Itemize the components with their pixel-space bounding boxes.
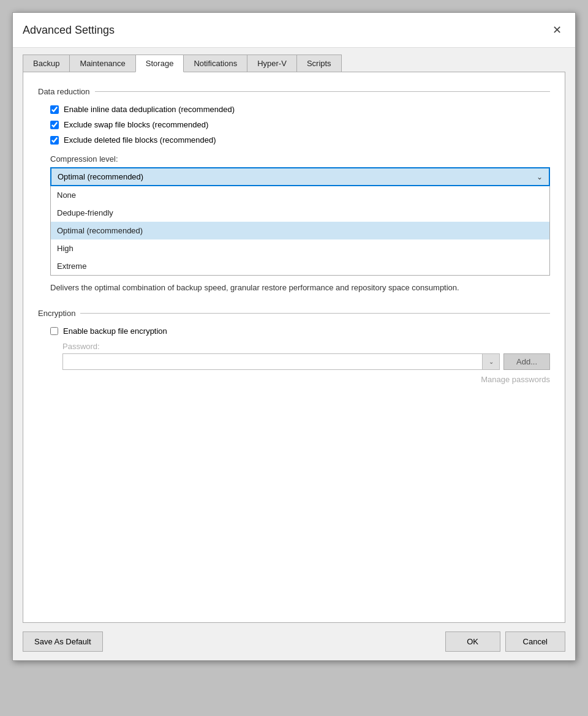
chevron-down-icon: ⌄ (537, 173, 543, 181)
encryption-section: Encryption Enable backup file encryption… (38, 309, 550, 384)
dropdown-item-dedupe[interactable]: Dedupe-friendly (51, 204, 549, 222)
tab-maintenance[interactable]: Maintenance (69, 55, 135, 72)
dedup-checkbox-row: Enable inline data deduplication (recomm… (50, 105, 550, 114)
dropdown-item-extreme[interactable]: Extreme (51, 257, 549, 275)
swap-label: Exclude swap file blocks (recommended) (64, 120, 208, 129)
deleted-checkbox-row: Exclude deleted file blocks (recommended… (50, 135, 550, 145)
encryption-section-header: Encryption (38, 309, 550, 318)
tab-backup[interactable]: Backup (23, 55, 70, 72)
encryption-divider (80, 313, 550, 314)
data-reduction-section-header: Data reduction (38, 87, 550, 96)
compression-description: Delivers the optimal combination of back… (50, 282, 550, 294)
dialog-title: Advanced Settings (23, 24, 115, 37)
deleted-label: Exclude deleted file blocks (recommended… (64, 135, 216, 145)
tab-notifications[interactable]: Notifications (183, 55, 247, 72)
tab-hyper-v[interactable]: Hyper-V (247, 55, 297, 72)
tab-scripts[interactable]: Scripts (296, 55, 342, 72)
close-button[interactable]: ✕ (548, 21, 565, 39)
swap-checkbox[interactable] (50, 121, 59, 129)
compression-dropdown[interactable]: Optimal (recommended) ⌄ (50, 167, 550, 186)
advanced-settings-dialog: Advanced Settings ✕ Backup Maintenance S… (12, 12, 576, 661)
footer-right-buttons: OK Cancel (445, 631, 565, 652)
compression-dropdown-list: None Dedupe-friendly Optimal (recommende… (50, 186, 550, 276)
dedup-label: Enable inline data deduplication (recomm… (64, 105, 235, 114)
dropdown-item-none[interactable]: None (51, 186, 549, 204)
encryption-label: Encryption (38, 309, 75, 318)
password-dropdown-button[interactable]: ⌄ (482, 354, 499, 369)
encryption-checkbox[interactable] (50, 327, 58, 335)
tab-storage[interactable]: Storage (135, 55, 184, 72)
manage-passwords-link[interactable]: Manage passwords (38, 375, 550, 384)
deleted-checkbox[interactable] (50, 136, 59, 145)
content-area: Data reduction Enable inline data dedupl… (23, 72, 565, 623)
save-as-default-button[interactable]: Save As Default (23, 631, 103, 652)
password-input-container: ⌄ (62, 353, 500, 370)
swap-checkbox-row: Exclude swap file blocks (recommended) (50, 120, 550, 129)
data-reduction-label: Data reduction (38, 87, 90, 96)
password-label: Password: (62, 342, 550, 351)
password-input[interactable] (63, 354, 482, 369)
dropdown-item-optimal[interactable]: Optimal (recommended) (51, 222, 549, 239)
cancel-button[interactable]: Cancel (505, 631, 565, 652)
tab-bar: Backup Maintenance Storage Notifications… (13, 48, 575, 72)
encryption-checkbox-label: Enable backup file encryption (63, 326, 167, 336)
compression-label: Compression level: (50, 154, 550, 164)
title-bar: Advanced Settings ✕ (13, 13, 575, 48)
dropdown-item-high[interactable]: High (51, 239, 549, 257)
footer: Save As Default OK Cancel (13, 623, 575, 660)
password-row: ⌄ Add... (62, 353, 550, 370)
compression-selected-value: Optimal (recommended) (58, 172, 143, 181)
ok-button[interactable]: OK (445, 631, 500, 652)
add-button[interactable]: Add... (503, 353, 550, 370)
dedup-checkbox[interactable] (50, 105, 59, 114)
encryption-checkbox-row: Enable backup file encryption (50, 326, 550, 336)
section-divider (95, 91, 550, 92)
